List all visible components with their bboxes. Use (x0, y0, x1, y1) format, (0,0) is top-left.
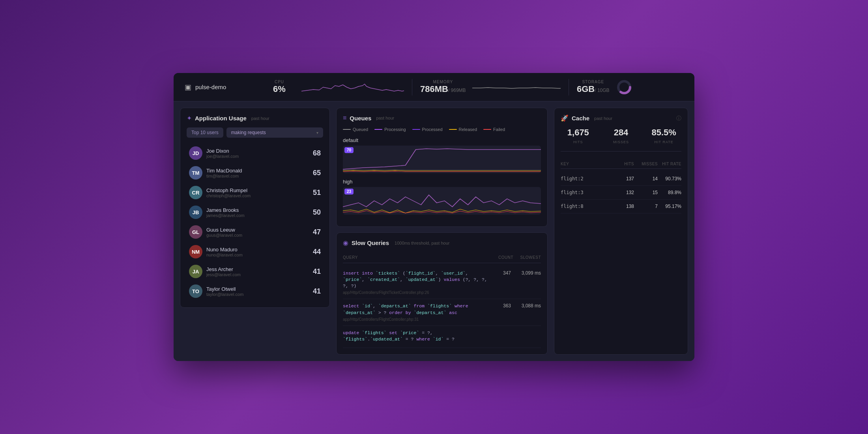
avatar: JB (189, 206, 202, 219)
user-name: Nuno Maduro (206, 247, 309, 253)
user-email: taylor@laravel.com (206, 292, 309, 297)
user-info: Guus Leeuw guus@laravel.com (206, 227, 309, 238)
avatar: NM (189, 245, 202, 258)
user-email: guus@laravel.com (206, 233, 309, 238)
user-row: JA Jess Archer jess@laravel.com 41 (187, 262, 323, 281)
user-name: Jess Archer (206, 266, 309, 272)
sq-slowest: 3,099 ms (517, 270, 541, 276)
cpu-value: 6% (273, 84, 286, 94)
queue-chart: 23 (343, 187, 541, 215)
sq-col-count: COUNT (490, 255, 513, 260)
cache-subtitle: past hour (594, 116, 612, 121)
storage-donut (616, 79, 632, 95)
header-metrics: CPU 6% MEMORY 786MB/ 969MB (256, 79, 683, 95)
queues-legend: QueuedProcessingProcessedReleasedFailed (343, 127, 541, 132)
sq-row: insert into `tickets` (`flight_id`, `use… (343, 266, 541, 299)
slow-queries-subtitle: 1000ms threshold, past hour (395, 241, 449, 245)
application-usage-card: ✦ Application Usage past hour Top 10 use… (180, 108, 330, 308)
storage-metric: STORAGE 6GB/ 10GB (569, 79, 683, 95)
queues-title: Queues (350, 115, 371, 122)
cache-key: flight:2 (561, 176, 614, 181)
avatar: JA (189, 265, 202, 278)
usage-title: Application Usage (195, 115, 247, 122)
slow-queries-card: ◉ Slow Queries 1000ms threshold, past ho… (336, 232, 548, 355)
cache-rate: 89.8% (658, 190, 681, 195)
user-row: GL Guus Leeuw guus@laravel.com 47 (187, 222, 323, 242)
legend-item: Processed (412, 127, 443, 132)
cache-hits: 137 (614, 176, 634, 181)
avatar: GL (189, 225, 202, 239)
cache-stat-label: HIT RATE (655, 140, 673, 144)
header: ▣ pulse-demo CPU 6% MEMORY (174, 73, 694, 101)
user-count: 65 (313, 169, 321, 177)
left-panel: ✦ Application Usage past hour Top 10 use… (180, 108, 330, 355)
user-count: 50 (313, 208, 321, 217)
cpu-label: CPU (264, 80, 295, 84)
user-name: Christoph Rumpel (206, 187, 309, 193)
queue-sections: default 70 high 23 (343, 137, 541, 215)
cache-title: Cache (572, 115, 589, 122)
sq-query: select `id`, `departs_at` from `flights`… (343, 303, 490, 316)
storage-value: 6GB/ 10GB (577, 84, 610, 94)
sq-row: select `id`, `departs_at` from `flights`… (343, 299, 541, 326)
user-row: TM Tim MacDonald tim@laravel.com 65 (187, 163, 323, 183)
cache-stat-value: 284 (604, 127, 639, 138)
cache-hits: 132 (614, 190, 634, 195)
main-content: ✦ Application Usage past hour Top 10 use… (174, 101, 694, 361)
usage-icon: ✦ (187, 114, 192, 122)
cache-misses: 15 (634, 190, 658, 195)
user-count: 41 (313, 287, 321, 296)
user-count: 47 (313, 228, 321, 236)
chevron-down-icon: ▾ (316, 131, 318, 135)
cache-stat: 85.5% HIT RATE (646, 127, 681, 145)
user-info: Nuno Maduro nuno@laravel.com (206, 247, 309, 257)
slow-queries-icon: ◉ (343, 239, 348, 247)
cpu-chart (301, 80, 404, 94)
info-icon[interactable]: ⓘ (676, 115, 681, 122)
cache-table-header: KEY HITS MISSES HIT RATE (561, 159, 681, 169)
legend-item: Queued (343, 127, 368, 132)
user-email: nuno@laravel.com (206, 253, 309, 257)
brand: ▣ pulse-demo (185, 83, 256, 92)
user-name: Taylor Otwell (206, 286, 309, 292)
cache-key: flight:8 (561, 204, 614, 209)
user-email: jess@laravel.com (206, 272, 309, 277)
queue-section: default 70 (343, 137, 541, 173)
cache-rate: 90.73% (658, 176, 681, 181)
cache-row: flight:8 138 7 95.17% (561, 200, 681, 213)
cache-stat: 284 MISSES (604, 127, 639, 145)
cache-misses: 14 (634, 176, 658, 181)
cache-rate: 95.17% (658, 204, 681, 209)
cache-row: flight:3 132 15 89.8% (561, 186, 681, 200)
user-email: christoph@laravel.com (206, 193, 309, 198)
filter-select[interactable]: making requests ▾ (226, 127, 323, 138)
queue-label: high (343, 179, 541, 185)
user-info: Christoph Rumpel christoph@laravel.com (206, 187, 309, 198)
sq-count: 347 (495, 270, 511, 276)
sq-table-header: QUERY COUNT SLOWEST (343, 252, 541, 263)
cache-rows: flight:2 137 14 90.73% flight:3 132 15 8… (561, 172, 681, 213)
legend-item: Released (449, 127, 477, 132)
memory-chart (472, 80, 561, 94)
cache-stat-value: 85.5% (646, 127, 681, 138)
cache-stat: 1,675 HITS (561, 127, 596, 145)
memory-label: MEMORY (420, 80, 466, 84)
storage-label: STORAGE (577, 80, 610, 84)
filter-row: Top 10 users making requests ▾ (187, 127, 323, 138)
queue-section: high 23 (343, 179, 541, 215)
sq-file: app/Http/Controllers/FlightController.ph… (343, 317, 490, 322)
queue-label: default (343, 137, 541, 143)
sq-file: app/Http/Controllers/FlightTicketControl… (343, 290, 490, 295)
cache-key: flight:3 (561, 190, 614, 195)
user-name: Tim MacDonald (206, 168, 309, 174)
usage-subtitle: past hour (251, 116, 269, 121)
user-info: Tim MacDonald tim@laravel.com (206, 168, 309, 178)
cache-stat-label: HITS (573, 140, 583, 144)
user-info: Taylor Otwell taylor@laravel.com (206, 286, 309, 297)
queues-card: ≡ Queues past hour QueuedProcessingProce… (336, 108, 548, 227)
cache-hits: 138 (614, 204, 634, 209)
avatar: JD (189, 146, 202, 160)
cache-misses: 7 (634, 204, 658, 209)
user-email: joe@laravel.com (206, 154, 309, 159)
sq-col-slowest: SLOWEST (513, 255, 541, 260)
